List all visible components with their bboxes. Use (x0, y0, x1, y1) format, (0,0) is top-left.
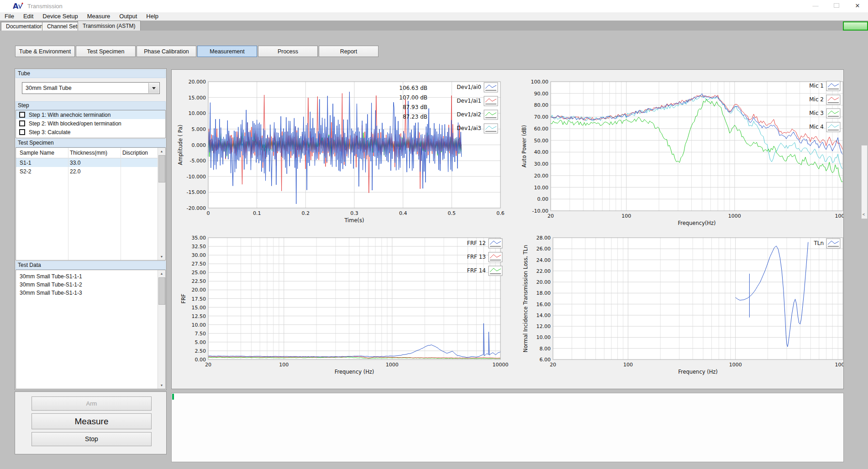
svg-text:100: 100 (279, 362, 289, 368)
subtab-phase-calibration[interactable]: Phase Calibration (137, 46, 196, 57)
minimize-button[interactable]: — (805, 0, 826, 12)
svg-text:80.00: 80.00 (534, 102, 549, 108)
arm-button[interactable]: Arm (32, 396, 152, 411)
close-button[interactable]: ✕ (847, 0, 868, 12)
svg-text:20.00: 20.00 (534, 173, 549, 179)
sidebar: Tube 30mm Small Tube Step Step 1: With a… (15, 68, 167, 390)
svg-text:5.00: 5.00 (195, 339, 206, 345)
step-section-header: Step (16, 101, 166, 110)
svg-text:Mic 3: Mic 3 (809, 110, 824, 116)
svg-text:15.000: 15.000 (189, 95, 206, 101)
step-list: Step 1: With anechoic termination Step 2… (16, 110, 166, 138)
svg-text:16.00: 16.00 (537, 302, 551, 307)
chart-panel: 00.10.20.30.40.50.620.00015.00010.0005.0… (171, 69, 844, 389)
tube-select-value: 30mm Small Tube (22, 83, 159, 91)
svg-text:FRF 12: FRF 12 (467, 240, 486, 246)
svg-text:A: A (13, 2, 19, 10)
test-specimen-section-header: Test Specimen (16, 139, 166, 147)
column-header-discription[interactable]: Discription (121, 150, 153, 156)
scrollbar-thumb[interactable] (158, 277, 165, 305)
subtab-report[interactable]: Report (319, 46, 379, 57)
title-bar: A Transmission — ✕ (0, 0, 868, 12)
scroll-down-icon[interactable]: ▼ (158, 253, 165, 260)
svg-text:Amplitude ( Pa): Amplitude ( Pa) (177, 125, 184, 165)
table-row[interactable]: S1-1 33.0 (16, 158, 165, 167)
menu-output[interactable]: Output (115, 12, 142, 21)
window-title: Transmission (27, 3, 63, 10)
scrollbar-thumb[interactable] (158, 155, 165, 182)
tube-select[interactable]: 30mm Small Tube (22, 82, 160, 94)
column-header-sample-name[interactable]: Sample Name (16, 150, 68, 156)
svg-text:-10.00: -10.00 (532, 208, 548, 214)
step-item-label: Step 3: Calculate (29, 129, 70, 135)
menu-device-setup[interactable]: Device Setup (38, 12, 82, 21)
subtab-process[interactable]: Process (258, 46, 318, 57)
checkbox-icon[interactable] (19, 112, 25, 118)
step-item-3[interactable]: Step 3: Calculate (16, 128, 165, 136)
svg-text:87.93 dB: 87.93 dB (403, 104, 427, 110)
list-scrollbar[interactable]: ▲ ▼ (158, 270, 165, 389)
svg-text:0.000: 0.000 (192, 142, 206, 148)
app-window: A Transmission — ✕ File Edit Device Setu… (0, 0, 868, 469)
step-item-1[interactable]: Step 1: With anechoic termination (16, 110, 165, 119)
checkbox-icon[interactable] (19, 129, 25, 135)
list-item[interactable]: 30mm Small Tube-S1-1-3 (16, 289, 165, 297)
menu-measure[interactable]: Measure (83, 12, 115, 21)
subtab-tube-environment[interactable]: Tube & Environment (15, 46, 75, 57)
column-divider (68, 148, 68, 260)
step-item-2[interactable]: Step 2: With blocked/open termination (16, 119, 165, 128)
svg-text:Mic 2: Mic 2 (809, 96, 824, 103)
svg-text:Dev1/ai0: Dev1/ai0 (457, 84, 481, 90)
cell-sample-name: S1-1 (16, 160, 68, 166)
step-item-label: Step 2: With blocked/open termination (29, 120, 121, 127)
svg-text:0.5: 0.5 (448, 210, 456, 216)
svg-text:22.00: 22.00 (537, 268, 551, 274)
svg-text:32.50: 32.50 (192, 244, 206, 250)
svg-text:60.00: 60.00 (534, 126, 549, 132)
table-row[interactable]: S2-2 22.0 (16, 167, 165, 176)
right-scrollbar[interactable]: < (861, 145, 868, 219)
measure-button[interactable]: Measure (32, 413, 152, 429)
svg-text:0.2: 0.2 (302, 210, 310, 216)
svg-text:Frequency (Hz): Frequency (Hz) (678, 369, 718, 375)
svg-text:0: 0 (207, 210, 210, 216)
status-indicator (843, 21, 868, 31)
svg-text:28.00: 28.00 (537, 235, 551, 241)
column-header-thickness[interactable]: Thickness(mm) (68, 150, 121, 156)
tab-documentation[interactable]: Documentation (1, 22, 48, 31)
svg-text:Mic 1: Mic 1 (809, 83, 824, 89)
checkbox-icon[interactable] (19, 120, 25, 126)
svg-text:100: 100 (623, 362, 633, 368)
stop-button[interactable]: Stop (32, 432, 152, 446)
maximize-button[interactable] (826, 0, 847, 12)
menu-edit[interactable]: Edit (19, 12, 38, 21)
tube-section-header: Tube (16, 69, 166, 78)
collapse-arrow-icon[interactable]: < (863, 212, 865, 217)
svg-text:10000: 10000 (835, 213, 844, 219)
subtab-test-specimen[interactable]: Test Specimen (76, 46, 136, 57)
table-scrollbar[interactable]: ▲ ▼ (158, 148, 165, 260)
svg-text:87.23 dB: 87.23 dB (403, 114, 427, 120)
list-item[interactable]: 30mm Small Tube-S1-1-2 (16, 281, 165, 289)
tab-transmission-astm[interactable]: Transmission (ASTM) (78, 21, 141, 31)
menu-help[interactable]: Help (142, 12, 163, 21)
svg-text:0.3: 0.3 (350, 210, 358, 216)
svg-text:2.50: 2.50 (195, 348, 206, 354)
test-data-list: 30mm Small Tube-S1-1-1 30mm Small Tube-S… (16, 270, 166, 389)
log-cursor (172, 394, 174, 400)
svg-text:TLn: TLn (813, 240, 824, 246)
subtab-measurement[interactable]: Measurement (197, 46, 257, 57)
scroll-up-icon[interactable]: ▲ (158, 270, 165, 277)
menu-file[interactable]: File (0, 12, 19, 21)
svg-text:0.00: 0.00 (537, 196, 549, 202)
svg-text:5.000: 5.000 (192, 126, 206, 132)
list-item[interactable]: 30mm Small Tube-S1-1-1 (16, 272, 165, 281)
tube-select-dropdown-button[interactable] (148, 83, 159, 93)
scroll-up-icon[interactable]: ▲ (158, 148, 165, 155)
scroll-down-icon[interactable]: ▼ (158, 382, 165, 389)
svg-text:0.6: 0.6 (496, 210, 505, 216)
svg-text:Dev1/ai1: Dev1/ai1 (457, 98, 481, 104)
svg-text:12.50: 12.50 (192, 313, 206, 319)
svg-text:7.50: 7.50 (195, 331, 206, 337)
svg-text:30.00: 30.00 (534, 161, 549, 167)
